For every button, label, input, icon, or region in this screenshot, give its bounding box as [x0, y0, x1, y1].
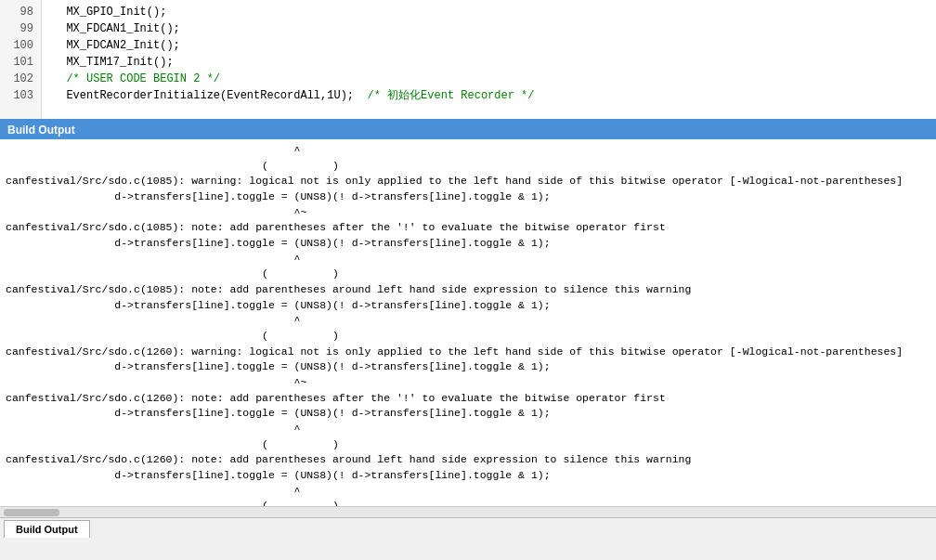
output-line: ( ) — [6, 159, 930, 175]
output-line: ^ — [6, 252, 930, 267]
output-line: canfestival/Src/sdo.c(1260): warning: lo… — [6, 345, 930, 360]
code-line: EventRecorderInitialize(EventRecordAll,1… — [53, 87, 925, 104]
horizontal-scrollbar[interactable] — [0, 506, 936, 517]
build-output-content[interactable]: ^ ( ) canfestival/Src/sdo.c(1085): warni… — [0, 139, 936, 506]
tab-label: Build Output — [16, 524, 78, 535]
output-line: ^ — [6, 484, 930, 500]
code-lines: MX_GPIO_Init(); MX_FDCAN1_Init(); MX_FDC… — [42, 0, 936, 119]
line-number: 101 — [7, 54, 33, 71]
code-line: /* USER CODE BEGIN 2 */ — [53, 71, 925, 87]
build-output-title: Build Output — [7, 124, 75, 137]
output-line: d->transfers[line].toggle = (UNS8)(! d->… — [6, 359, 930, 375]
output-line: d->transfers[line].toggle = (UNS8)(! d->… — [6, 189, 930, 205]
build-output-header: Build Output — [0, 121, 936, 139]
line-number: 98 — [7, 4, 33, 20]
output-line: canfestival/Src/sdo.c(1260): note: add p… — [6, 452, 930, 468]
output-line: canfestival/Src/sdo.c(1085): note: add p… — [6, 220, 930, 236]
line-number: 103 — [7, 87, 33, 104]
code-line: MX_TIM17_Init(); — [53, 54, 925, 71]
output-line: ( ) — [6, 329, 930, 345]
output-line: ( ) — [6, 267, 930, 282]
line-number: 100 — [7, 37, 33, 54]
output-line: canfestival/Src/sdo.c(1085): warning: lo… — [6, 174, 930, 189]
output-line: d->transfers[line].toggle = (UNS8)(! d->… — [6, 468, 930, 484]
tab-bar: Build Output — [0, 517, 936, 540]
code-editor: 98 99 100 101 102 103 MX_GPIO_Init(); MX… — [0, 0, 936, 121]
scrollbar-thumb[interactable] — [4, 509, 59, 516]
output-line: ^ — [6, 313, 930, 329]
code-line: MX_FDCAN1_Init(); — [53, 20, 925, 37]
output-line: ^~ — [6, 375, 930, 391]
output-line: ( ) — [6, 499, 930, 506]
output-line: d->transfers[line].toggle = (UNS8)(! d->… — [6, 406, 930, 422]
line-numbers: 98 99 100 101 102 103 — [0, 0, 42, 119]
output-line: d->transfers[line].toggle = (UNS8)(! d->… — [6, 236, 930, 252]
code-line: MX_FDCAN2_Init(); — [53, 37, 925, 54]
output-line: ( ) — [6, 437, 930, 453]
output-line: ^ — [6, 422, 930, 437]
line-number: 99 — [7, 20, 33, 37]
output-line: d->transfers[line].toggle = (UNS8)(! d->… — [6, 298, 930, 314]
tab-build-output[interactable]: Build Output — [4, 520, 90, 538]
output-line: ^ — [6, 143, 930, 159]
output-line: canfestival/Src/sdo.c(1085): note: add p… — [6, 282, 930, 298]
code-line: MX_GPIO_Init(); — [53, 4, 925, 20]
output-line: ^~ — [6, 205, 930, 221]
output-line: canfestival/Src/sdo.c(1260): note: add p… — [6, 391, 930, 407]
line-number: 102 — [7, 71, 33, 87]
